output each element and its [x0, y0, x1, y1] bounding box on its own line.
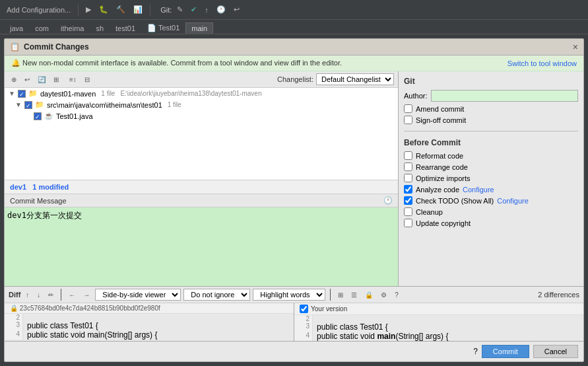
diff-next-button[interactable]: → — [81, 290, 92, 300]
check-todo-row[interactable]: Check TODO (Show All) Configure — [404, 196, 578, 205]
diff-up-button[interactable]: ↑ — [23, 290, 32, 300]
rearrange-code-checkbox[interactable] — [404, 163, 412, 171]
refresh-button[interactable]: 🔄 — [35, 75, 48, 85]
diff-down-button[interactable]: ↓ — [34, 290, 43, 300]
cleanup-checkbox[interactable] — [404, 207, 412, 216]
debug-button[interactable]: 🐛 — [96, 4, 111, 15]
reformat-code-row[interactable]: Reformat code — [404, 151, 578, 160]
collapse-icon-daytest01: ▼ — [9, 90, 15, 97]
check-todo-label: Check TODO (Show All) — [416, 197, 494, 205]
git-revert-button[interactable]: ↩ — [231, 4, 242, 15]
checkbox-daytest01[interactable] — [18, 90, 26, 98]
diff-edit-button[interactable]: ✏ — [46, 290, 56, 300]
tab-java[interactable]: java — [4, 22, 29, 34]
tab-sh[interactable]: sh — [90, 22, 110, 34]
signoff-commit-checkbox-row[interactable]: Sign-off commit — [404, 116, 578, 124]
diff-highlight-select[interactable]: Highlight words — [253, 289, 325, 301]
your-version-checkbox[interactable] — [300, 305, 308, 313]
tab-main[interactable]: main — [185, 22, 213, 34]
diff-help-button[interactable]: ? — [392, 290, 401, 300]
author-row: Author: — [404, 90, 578, 102]
commit-message-label: Commit Message 🕐 — [5, 194, 398, 207]
commit-message-title: Commit Message — [10, 197, 67, 205]
analyze-code-configure-link[interactable]: Configure — [463, 186, 494, 194]
tab-com[interactable]: com — [29, 22, 55, 34]
commit-message-input[interactable]: dev1分支第一次提交 — [5, 207, 398, 286]
signoff-commit-checkbox[interactable] — [404, 116, 412, 124]
sort-button[interactable]: ≡↕ — [67, 75, 79, 85]
update-copyright-row[interactable]: Update copyright — [404, 219, 578, 227]
diff-lock-button[interactable]: 🔒 — [362, 290, 376, 300]
expand-all-button[interactable]: ⊕ — [9, 75, 19, 85]
dialog-title-left: 📋 Commit Changes — [10, 42, 89, 52]
commit-button[interactable]: Commit — [482, 345, 529, 358]
diff-expand-button[interactable]: ⊞ — [335, 290, 346, 300]
add-configuration-button[interactable]: Add Configuration... — [4, 5, 73, 15]
optimize-imports-row[interactable]: Optimize imports — [404, 174, 578, 182]
diff-ignore-select[interactable]: Do not ignore — [183, 289, 250, 301]
diff-viewer-select[interactable]: Side-by-side viewer — [95, 289, 181, 301]
reformat-code-checkbox[interactable] — [404, 151, 412, 160]
git-history-button[interactable]: 🕐 — [214, 4, 228, 15]
toolbar-separator-1 — [78, 4, 79, 16]
check-todo-checkbox[interactable] — [404, 196, 412, 205]
run-button[interactable]: ▶ — [83, 4, 94, 15]
profile-button[interactable]: 📊 — [131, 4, 145, 15]
amend-commit-checkbox[interactable] — [404, 104, 412, 113]
update-copyright-checkbox[interactable] — [404, 219, 412, 227]
tab-itheima[interactable]: itheima — [55, 22, 90, 34]
git-push-button[interactable]: ↑ — [202, 5, 211, 15]
rearrange-code-row[interactable]: Rearrange code — [404, 163, 578, 171]
switch-to-tool-window-link[interactable]: Switch to tool window — [507, 59, 577, 67]
diff-left-line-3: 3 public class Test01 { — [5, 321, 294, 330]
changelist-select[interactable]: Default Changelist — [316, 73, 394, 85]
git-commit-button[interactable]: ✔ — [188, 4, 199, 15]
diff-settings-button[interactable]: ⚙ — [378, 290, 389, 300]
tab-test01[interactable]: test01 — [110, 22, 141, 34]
checkbox-test01[interactable] — [34, 112, 42, 120]
filter-button[interactable]: ⊟ — [82, 75, 92, 85]
group-button[interactable]: ⊞ — [51, 75, 61, 85]
update-copyright-label: Update copyright — [416, 219, 471, 227]
dialog-footer: ? Commit Cancel — [5, 341, 583, 361]
analyze-code-label: Analyze code — [416, 186, 459, 194]
main-window: Add Configuration... ▶ 🐛 🔨 📊 Git: ✎ ✔ ↑ … — [0, 0, 588, 366]
cleanup-row[interactable]: Cleanup — [404, 207, 578, 216]
check-todo-configure-link[interactable]: Configure — [497, 197, 529, 205]
before-commit-section: Before Commit Reformat code Rearrange co… — [404, 138, 578, 227]
tree-item-daytest01[interactable]: ▼ 📁 daytest01-maven 1 file E:\idea\ork\j… — [5, 88, 398, 99]
git-update-button[interactable]: ✎ — [174, 4, 185, 15]
dialog-close-button[interactable]: × — [573, 42, 578, 52]
tree-count-src: 1 file — [168, 101, 181, 108]
tree-item-test01-java[interactable]: ▼ ☕ Test01.java — [5, 110, 398, 122]
optimize-imports-checkbox[interactable] — [404, 174, 412, 182]
branch-status: 1 modified — [32, 183, 69, 191]
toolbar: Add Configuration... ▶ 🐛 🔨 📊 Git: ✎ ✔ ↑ … — [0, 0, 588, 20]
tab-Test01[interactable]: 📄 Test01 — [141, 22, 185, 34]
diff-collapse-button[interactable]: ☰ — [348, 290, 360, 300]
toolbar-separator-2 — [150, 4, 150, 16]
tree-label-daytest01: daytest01-maven — [40, 90, 96, 98]
cancel-button[interactable]: Cancel — [533, 345, 578, 358]
tree-count-daytest01: 1 file — [101, 90, 115, 97]
git-label: Git: — [160, 6, 172, 14]
help-icon: ? — [473, 347, 478, 356]
tree-item-src[interactable]: ▼ 📁 src\main\java\com\itheima\sn\test01 … — [5, 99, 398, 110]
diff-label: Diff — [9, 291, 20, 299]
checkbox-src[interactable] — [24, 101, 32, 109]
amend-commit-label: Amend commit — [416, 105, 464, 113]
diff-right-line-4: 4 public static void main(String[] args)… — [294, 332, 583, 341]
diff-prev-button[interactable]: ← — [66, 290, 78, 300]
your-version-label: Your version — [311, 305, 347, 312]
diff-stat: 2 differences — [538, 291, 579, 299]
amend-commit-checkbox-row[interactable]: Amend commit — [404, 104, 578, 113]
undo-button[interactable]: ↩ — [22, 75, 32, 85]
analyze-code-row[interactable]: Analyze code Configure — [404, 185, 578, 194]
analyze-code-checkbox[interactable] — [404, 185, 412, 194]
optimize-imports-label: Optimize imports — [416, 174, 471, 182]
author-input[interactable] — [431, 90, 578, 102]
tree-icon-src: 📁 — [35, 100, 44, 109]
diff-sep-1 — [61, 289, 61, 301]
build-button[interactable]: 🔨 — [114, 4, 128, 15]
tree-label-src: src\main\java\com\itheima\sn\test01 — [47, 101, 162, 109]
